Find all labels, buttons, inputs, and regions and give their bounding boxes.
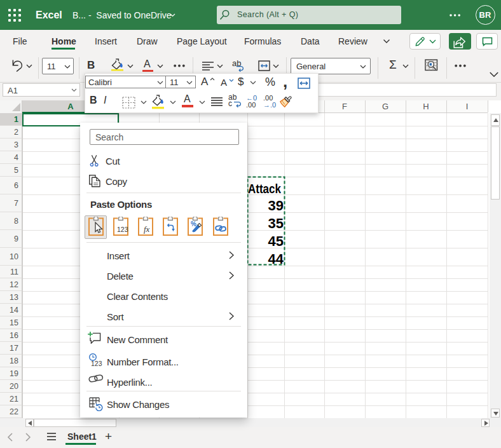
svg-text:123: 123 <box>91 360 102 367</box>
svg-text:123: 123 <box>117 226 128 233</box>
svg-text:fx: fx <box>144 224 150 234</box>
svg-text:%: % <box>191 221 196 227</box>
